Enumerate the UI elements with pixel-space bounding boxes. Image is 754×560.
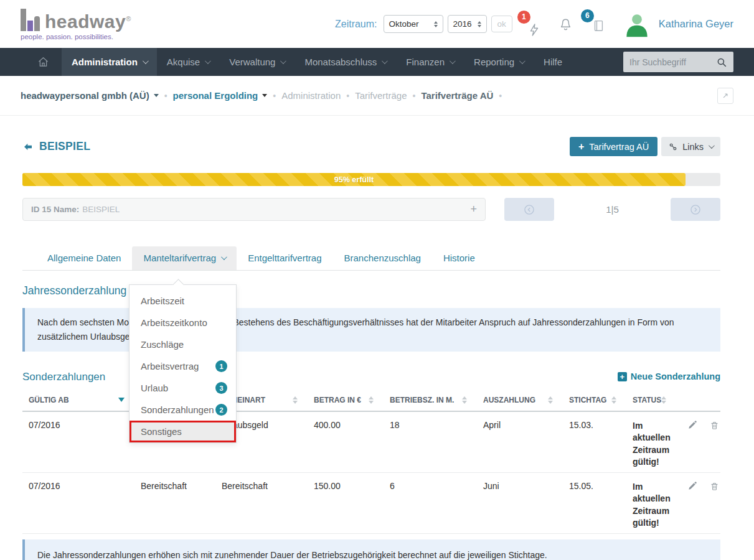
tab-manteltarifvertrag[interactable]: Manteltarifvertrag bbox=[132, 246, 237, 270]
prev-record-button[interactable] bbox=[504, 198, 554, 221]
breadcrumb-bar: headwaypersonal gmbh (AÜ) • personal Erg… bbox=[0, 76, 754, 116]
journal-notification[interactable]: 6 bbox=[589, 15, 605, 34]
sort-icon[interactable] bbox=[293, 396, 298, 404]
breadcrumb-item[interactable]: Administration bbox=[281, 90, 341, 101]
menu-item-zuschlaege[interactable]: Zuschläge bbox=[130, 334, 236, 355]
registered-mark: ® bbox=[126, 15, 131, 22]
main-nav: Administration Akquise Verwaltung Monats… bbox=[0, 48, 754, 76]
zeitraum-label: Zeitraum: bbox=[335, 19, 377, 30]
expand-icon bbox=[721, 91, 730, 100]
column-header-betrag[interactable]: BETRAG IN € bbox=[314, 396, 390, 404]
cell-betriebsz: 6 bbox=[390, 481, 483, 491]
bell-icon[interactable] bbox=[558, 17, 573, 32]
journal-icon[interactable] bbox=[591, 17, 605, 34]
breadcrumb-branch[interactable]: personal Ergolding bbox=[173, 90, 268, 101]
year-select[interactable]: 2016 bbox=[448, 15, 487, 33]
column-header-betriebsz[interactable]: BETRIEBSZ. IN M. bbox=[390, 396, 483, 404]
breadcrumb-separator: • bbox=[273, 91, 276, 101]
delete-icon[interactable] bbox=[710, 481, 719, 492]
back-arrow-icon[interactable] bbox=[22, 142, 34, 152]
cell-stichtag: 15.03. bbox=[569, 420, 633, 430]
user-name[interactable]: Katharina Geyer bbox=[659, 18, 733, 30]
new-sonderzahlung-button[interactable]: + Neue Sonderzahlung bbox=[618, 371, 720, 381]
menu-item-arbeitszeitkonto[interactable]: Arbeitszeitkonto bbox=[130, 312, 236, 334]
circle-arrow-left-icon bbox=[523, 203, 535, 216]
status-badge: Im aktuellen Zeitraum gültig! bbox=[633, 420, 682, 468]
delete-icon[interactable] bbox=[710, 420, 719, 431]
month-select[interactable]: Oktober bbox=[384, 15, 443, 33]
edit-icon[interactable] bbox=[687, 481, 697, 491]
home-icon bbox=[37, 56, 49, 68]
menu-item-sonderzahlungen[interactable]: Sonderzahlungen2 bbox=[130, 399, 236, 421]
info-box-footer: Die Jahressonderzahlungen erhöhen sich m… bbox=[22, 539, 720, 560]
nav-item-finanzen[interactable]: Finanzen bbox=[396, 48, 464, 76]
tab-historie[interactable]: Historie bbox=[432, 246, 486, 270]
sort-icon[interactable] bbox=[548, 396, 553, 404]
record-value: BEISPIEL bbox=[82, 205, 120, 214]
caret-down-icon bbox=[154, 94, 159, 97]
cell-auszahlung: Juni bbox=[483, 481, 569, 491]
cell-betriebsz: 18 bbox=[390, 420, 483, 430]
chevron-down-icon bbox=[519, 58, 525, 64]
next-record-button[interactable] bbox=[671, 198, 720, 221]
nav-item-reporting[interactable]: Reporting bbox=[464, 48, 534, 76]
stepper-icon[interactable] bbox=[434, 21, 438, 27]
search-icon[interactable] bbox=[716, 57, 727, 68]
record-field[interactable]: ID 15 Name: BEISPIEL + bbox=[22, 198, 486, 221]
sort-desc-icon[interactable] bbox=[118, 398, 125, 402]
sort-icon[interactable] bbox=[611, 396, 616, 404]
nav-item-akquise[interactable]: Akquise bbox=[157, 48, 219, 76]
stepper-icon[interactable] bbox=[478, 21, 481, 27]
journal-badge: 6 bbox=[581, 9, 594, 22]
expand-button[interactable] bbox=[717, 88, 733, 104]
logo: headway® people. passion. possibilities. bbox=[21, 7, 131, 40]
breadcrumb: headwaypersonal gmbh (AÜ) • personal Erg… bbox=[21, 90, 502, 101]
sort-icon[interactable] bbox=[462, 396, 467, 404]
menu-item-sonstiges[interactable]: Sonstiges bbox=[130, 421, 236, 442]
record-pager: 1|5 bbox=[486, 198, 720, 221]
column-header-stichtag[interactable]: STICHTAG bbox=[569, 396, 633, 404]
month-value: Oktober bbox=[389, 19, 419, 29]
nav-item-hilfe[interactable]: Hilfe bbox=[534, 48, 572, 76]
add-tarifvertrag-button[interactable]: + Tarifvertrag AÜ bbox=[570, 137, 657, 156]
breadcrumb-item[interactable]: Tarifverträge bbox=[355, 90, 407, 101]
sort-icon[interactable] bbox=[369, 396, 374, 404]
cell-auszahlung: April bbox=[483, 420, 569, 430]
cell-gueltig-ab: 07/2016 bbox=[29, 420, 141, 430]
chevron-down-icon bbox=[280, 58, 286, 64]
column-header-auszahlung[interactable]: AUSZAHLUNG bbox=[483, 396, 569, 404]
breadcrumb-company[interactable]: headwaypersonal gmbh (AÜ) bbox=[21, 90, 159, 101]
menu-item-arbeitsvertrag[interactable]: Arbeitsvertrag1 bbox=[130, 355, 236, 377]
menu-item-urlaub[interactable]: Urlaub3 bbox=[130, 377, 236, 399]
column-header-status[interactable]: STATUS bbox=[633, 396, 682, 404]
nav-item-administration[interactable]: Administration bbox=[62, 48, 157, 76]
cell-betrag: 150.00 bbox=[314, 481, 390, 491]
ok-button[interactable]: ok bbox=[491, 16, 512, 32]
nav-item-verwaltung[interactable]: Verwaltung bbox=[219, 48, 295, 76]
links-button[interactable]: Links bbox=[661, 137, 720, 156]
sort-icon[interactable] bbox=[661, 396, 666, 404]
page-title: BEISPIEL bbox=[22, 140, 90, 153]
breadcrumb-separator: • bbox=[346, 91, 349, 101]
search-box[interactable] bbox=[623, 52, 733, 72]
tab-entgelttarifvertrag[interactable]: Entgelttarifvertrag bbox=[237, 246, 332, 270]
tab-branchenzuschlag[interactable]: Branchenzuschlag bbox=[333, 246, 432, 270]
chevron-down-icon bbox=[709, 142, 715, 149]
tab-bar: Allgemeine Daten Manteltarifvertrag Entg… bbox=[22, 246, 720, 271]
flash-icon[interactable] bbox=[527, 22, 541, 38]
plus-icon: + bbox=[578, 141, 584, 152]
flash-notification[interactable]: 1 bbox=[517, 11, 541, 38]
edit-icon[interactable] bbox=[687, 420, 697, 430]
progress-bar: 95% erfüllt bbox=[22, 173, 720, 186]
year-value: 2016 bbox=[453, 19, 472, 29]
breadcrumb-current: Tarifverträge AÜ bbox=[421, 90, 493, 101]
search-input[interactable] bbox=[629, 57, 716, 67]
menu-item-arbeitszeit[interactable]: Arbeitszeit bbox=[130, 290, 236, 312]
tab-allgemeine-daten[interactable]: Allgemeine Daten bbox=[36, 246, 132, 270]
plus-icon[interactable]: + bbox=[470, 203, 477, 216]
nav-item-monatsabschluss[interactable]: Monatsabschluss bbox=[295, 48, 396, 76]
nav-home[interactable] bbox=[25, 48, 62, 76]
column-header-gueltig-ab[interactable]: GÜLTIG AB bbox=[29, 396, 141, 404]
chevron-down-icon bbox=[382, 58, 388, 64]
avatar[interactable] bbox=[624, 11, 650, 37]
